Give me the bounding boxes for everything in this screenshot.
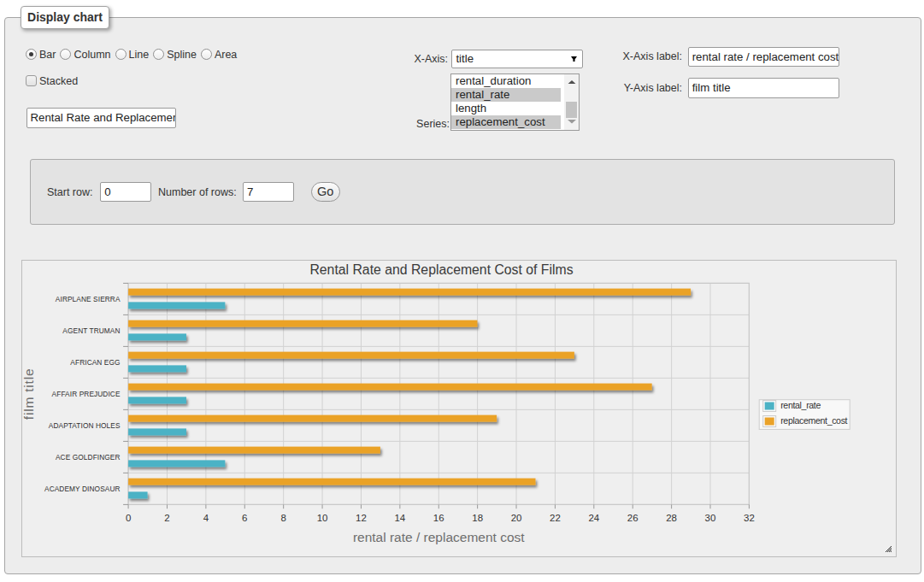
svg-text:ACADEMY DINOSAUR: ACADEMY DINOSAUR — [44, 485, 121, 493]
svg-text:film title: film title — [22, 367, 36, 420]
svg-text:2: 2 — [164, 513, 169, 523]
svg-text:rental rate / replacement cost: rental rate / replacement cost — [353, 530, 525, 544]
svg-text:AFRICAN EGG: AFRICAN EGG — [70, 358, 120, 367]
svg-text:20: 20 — [510, 513, 521, 523]
svg-text:24: 24 — [588, 513, 599, 523]
svg-text:replacement_cost: replacement_cost — [780, 415, 847, 426]
svg-text:8: 8 — [280, 513, 285, 523]
svg-text:32: 32 — [744, 513, 755, 523]
svg-text:ACE GOLDFINGER: ACE GOLDFINGER — [56, 453, 121, 461]
svg-text:AFFAIR PREJUDICE: AFFAIR PREJUDICE — [51, 390, 120, 398]
svg-text:AGENT TRUMAN: AGENT TRUMAN — [62, 326, 120, 335]
svg-text:AIRPLANE SIERRA: AIRPLANE SIERRA — [56, 295, 121, 303]
svg-text:30: 30 — [704, 513, 715, 523]
svg-text:6: 6 — [242, 513, 247, 523]
svg-text:28: 28 — [666, 513, 677, 523]
svg-text:4: 4 — [203, 513, 209, 523]
svg-text:26: 26 — [627, 513, 639, 523]
svg-text:10: 10 — [316, 513, 327, 523]
svg-text:12: 12 — [356, 513, 367, 523]
svg-text:Rental Rate and Replacement Co: Rental Rate and Replacement Cost of Film… — [309, 262, 573, 276]
svg-text:0: 0 — [126, 513, 131, 523]
svg-text:14: 14 — [394, 513, 405, 523]
svg-text:18: 18 — [472, 513, 483, 523]
svg-text:rental_rate: rental_rate — [780, 400, 821, 410]
svg-text:16: 16 — [433, 513, 444, 523]
svg-text:22: 22 — [550, 513, 561, 523]
svg-text:ADAPTATION HOLES: ADAPTATION HOLES — [48, 421, 120, 430]
